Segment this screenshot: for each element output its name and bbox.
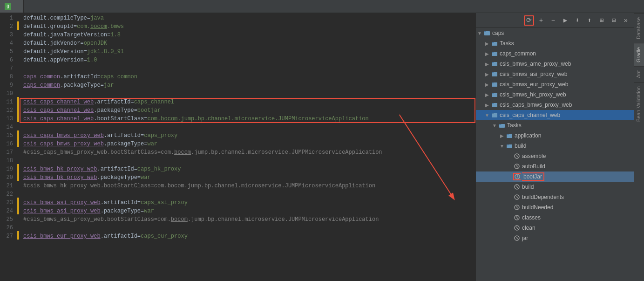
tree-item-csis_bmws_hk_proxy_web[interactable]: ▶csis_bmws_hk_proxy_web xyxy=(476,89,634,100)
run-button[interactable]: ▶ xyxy=(560,15,570,26)
tree-item-caps[interactable]: ▼caps xyxy=(476,28,634,38)
code-line: default.groupId=com.bocom.bmws xyxy=(23,22,475,31)
line-number: 17 xyxy=(0,148,13,157)
collapse-button[interactable]: ⊟ xyxy=(609,15,619,26)
tree-arrow-build_group[interactable]: ▼ xyxy=(498,144,506,149)
line-number: 12 xyxy=(0,106,13,115)
code-line: #csis_bmws_hk_proxy_web.bootStartClass=c… xyxy=(23,182,475,190)
gutter-mark xyxy=(17,13,19,21)
tree-item-tasks2[interactable]: ▼Tasks xyxy=(476,120,634,130)
tree-item-csis_caps_channel_web[interactable]: ▼csis_caps_channel_web xyxy=(476,110,634,120)
code-line: csis_caps_bmws_proxy_web.packageType=war xyxy=(23,140,475,148)
code-line: csis_caps_channel_web.artifactId=caps_ch… xyxy=(23,98,475,106)
editor-content[interactable]: default.compileType=javadefault.groupId=… xyxy=(20,13,475,281)
tree-icon-build_group xyxy=(506,142,513,150)
tree-arrow-application[interactable]: ▶ xyxy=(498,133,506,138)
line-number: 23 xyxy=(0,199,13,207)
tree-icon-autobuild xyxy=(513,163,521,170)
tree-label-tasks2: Tasks xyxy=(507,122,522,129)
tree-item-build[interactable]: build xyxy=(476,182,634,192)
tree-item-bootjar[interactable]: bootJar xyxy=(476,171,634,182)
gutter-mark xyxy=(17,139,19,147)
code-line xyxy=(23,190,475,199)
line-number: 20 xyxy=(0,173,13,182)
code-line: csis_bmws_asi_proxy_web.packageType=war xyxy=(23,207,475,215)
gutter-mark xyxy=(17,105,19,114)
tree-item-csis_bmws_ame_proxy_web[interactable]: ▶csis_bmws_ame_proxy_web xyxy=(476,59,634,69)
tree-arrow-csis_bmws_hk_proxy_web[interactable]: ▶ xyxy=(483,92,491,97)
code-line: caps_common.artifactId=caps_common xyxy=(23,73,475,81)
tree-icon-assemble xyxy=(513,152,521,160)
tree-item-classes[interactable]: classes xyxy=(476,212,634,223)
tab-file-icon: g xyxy=(5,3,11,10)
gutter-mark xyxy=(17,147,19,156)
expand-button[interactable]: ⊞ xyxy=(597,15,607,26)
line-number: 5 xyxy=(0,48,13,56)
gutter-mark xyxy=(17,164,19,172)
tree-arrow-csis_caps_channel_web[interactable]: ▼ xyxy=(483,113,491,118)
tree-icon-jar xyxy=(513,234,521,242)
tree-arrow-caps_common[interactable]: ▶ xyxy=(483,51,491,56)
tree-arrow-csis_bmws_ame_proxy_web[interactable]: ▶ xyxy=(483,62,491,67)
down-button[interactable]: ⬇ xyxy=(572,15,583,26)
gutter-mark xyxy=(17,198,19,206)
side-tab-database[interactable]: Database xyxy=(634,13,644,43)
code-line: default.jdkVersion=jdk1.8.0_91 xyxy=(23,48,475,56)
remove-button[interactable]: − xyxy=(548,15,558,26)
svg-marker-17 xyxy=(492,103,494,104)
gutter-mark xyxy=(17,231,19,240)
more-button[interactable]: » xyxy=(621,15,631,26)
gutter-mark xyxy=(17,89,19,97)
code-line: #csis_bmws_asi_proxy_web.bootStartClass=… xyxy=(23,215,475,224)
tree-item-tasks[interactable]: ▶Tasks xyxy=(476,38,634,48)
tree-label-autobuild: autoBuild xyxy=(522,163,545,170)
tree-item-buildDependents[interactable]: buildDependents xyxy=(476,192,634,202)
tree-item-caps_common[interactable]: ▶caps_common xyxy=(476,48,634,59)
gradle-properties-tab[interactable]: g xyxy=(0,0,24,13)
tree-arrow-caps[interactable]: ▼ xyxy=(476,31,483,36)
tree-arrow-tasks[interactable]: ▶ xyxy=(483,41,491,46)
add-button[interactable]: + xyxy=(536,15,546,26)
line-number: 25 xyxy=(0,215,13,224)
tree-item-csis_bmws_asi_proxy_web[interactable]: ▶csis_bmws_asi_proxy_web xyxy=(476,69,634,79)
side-tab-ant[interactable]: Ant xyxy=(634,66,644,82)
code-line xyxy=(23,157,475,165)
refresh-button[interactable]: ⟳ xyxy=(524,15,534,26)
code-line: csis_caps_channel_web.bootStartClass=com… xyxy=(23,115,475,123)
tree-item-csis_bmws_eur_proxy_web[interactable]: ▶csis_bmws_eur_proxy_web xyxy=(476,79,634,89)
tree-icon-tasks2 xyxy=(498,122,506,129)
tree-label-csis_bmws_ame_proxy_web: csis_bmws_ame_proxy_web xyxy=(500,61,571,67)
tree-item-clean[interactable]: clean xyxy=(476,223,634,233)
side-tab-gradle[interactable]: Gradle xyxy=(634,43,644,66)
code-line: csis_bmws_asi_proxy_web.artifactId=caps_… xyxy=(23,199,475,207)
gutter-mark xyxy=(17,21,19,30)
tree-item-buildNeeded[interactable]: buildNeeded xyxy=(476,202,634,212)
tree-item-application[interactable]: ▶application xyxy=(476,130,634,141)
tree-icon-buildDependents xyxy=(513,193,521,201)
tree-icon-csis_caps_channel_web xyxy=(491,111,498,119)
gradle-tree[interactable]: ▼caps▶Tasks▶caps_common▶csis_bmws_ame_pr… xyxy=(476,28,634,281)
line-number: 22 xyxy=(0,190,13,199)
tree-icon-caps xyxy=(483,29,491,37)
tree-icon-csis_bmws_ame_proxy_web xyxy=(491,60,498,68)
editor-area: 1234567891011121314151617181920212223242… xyxy=(0,13,475,281)
gutter-mark xyxy=(17,130,19,139)
tree-item-assemble[interactable]: assemble xyxy=(476,151,634,161)
tree-label-buildNeeded: buildNeeded xyxy=(522,204,553,211)
tree-item-csis_caps_bmws_proxy_web[interactable]: ▶csis_caps_bmws_proxy_web xyxy=(476,100,634,110)
code-line: csis_bmws_eur_proxy_web.artifactId=caps_… xyxy=(23,232,475,240)
svg-line-49 xyxy=(517,228,518,229)
tree-item-build_group[interactable]: ▼build xyxy=(476,141,634,151)
tree-arrow-tasks2[interactable]: ▼ xyxy=(491,123,498,128)
tree-icon-classes xyxy=(513,214,521,221)
up-button[interactable]: ⬆ xyxy=(584,15,595,26)
tree-label-bootjar: bootJar xyxy=(522,172,544,181)
tree-arrow-csis_bmws_eur_proxy_web[interactable]: ▶ xyxy=(483,82,491,87)
tree-item-jar[interactable]: jar xyxy=(476,233,634,243)
right-side-tabs: DatabaseGradleAntBean Validation xyxy=(634,13,644,281)
tree-item-autobuild[interactable]: autoBuild xyxy=(476,161,634,171)
tree-arrow-csis_caps_bmws_proxy_web[interactable]: ▶ xyxy=(483,103,491,108)
tree-arrow-csis_bmws_asi_proxy_web[interactable]: ▶ xyxy=(483,72,491,77)
gutter-mark xyxy=(17,206,19,214)
side-tab-bean-validation[interactable]: Bean Validation xyxy=(634,82,644,125)
